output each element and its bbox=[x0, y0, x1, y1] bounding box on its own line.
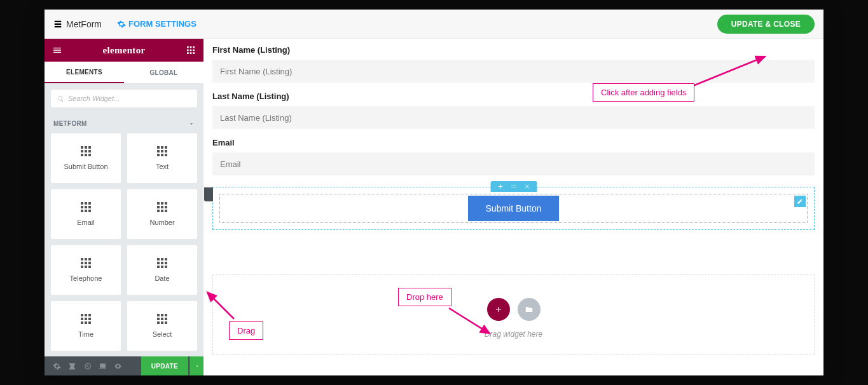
svg-line-0 bbox=[693, 57, 765, 86]
plus-icon[interactable] bbox=[497, 183, 504, 190]
widget-label: Email bbox=[77, 219, 95, 226]
grid-icon[interactable] bbox=[186, 45, 196, 55]
arrow-update-close bbox=[690, 53, 773, 88]
widget-label: Date bbox=[155, 274, 169, 282]
arrow-drag bbox=[203, 288, 239, 324]
responsive-icon-button[interactable] bbox=[95, 359, 109, 373]
tab-elements[interactable]: ELEMENTS bbox=[45, 62, 124, 83]
hamburger-icon[interactable] bbox=[52, 45, 62, 55]
search-icon bbox=[57, 95, 64, 102]
widget-label: Time bbox=[78, 330, 93, 338]
annotation-drop-here: Drop here bbox=[398, 288, 451, 306]
sidebar-footer: UPDATE bbox=[45, 356, 203, 375]
metform-icon bbox=[53, 20, 62, 29]
sidebar-header: elementor bbox=[45, 39, 203, 62]
widget-email[interactable]: Email bbox=[51, 189, 121, 239]
widget-label: Telephone bbox=[70, 274, 102, 282]
widget-label: Submit Button bbox=[64, 163, 107, 170]
drag-dots-icon[interactable] bbox=[510, 183, 517, 190]
annotation-drag: Drag bbox=[229, 321, 263, 340]
top-bar: MetForm FORM SETTINGS UPDATE & CLOSE bbox=[45, 10, 823, 39]
submit-button[interactable]: Submit Button bbox=[468, 196, 560, 221]
submit-inner: Submit Button bbox=[219, 194, 808, 223]
widget-label: Select bbox=[153, 330, 172, 338]
widget-submit-button[interactable]: Submit Button bbox=[51, 133, 121, 183]
field-last-name: Last Name (Listing) bbox=[212, 91, 815, 129]
section-controls bbox=[490, 181, 537, 192]
field-email: Email bbox=[212, 138, 815, 175]
accordion-label: METFORM bbox=[53, 120, 87, 127]
email-input[interactable] bbox=[212, 152, 815, 175]
update-close-button[interactable]: UPDATE & CLOSE bbox=[717, 15, 815, 34]
edit-handle[interactable] bbox=[794, 196, 806, 207]
widget-date[interactable]: Date bbox=[127, 245, 197, 295]
form-settings-label: FORM SETTINGS bbox=[128, 19, 196, 29]
widget-label: Number bbox=[149, 219, 174, 226]
last-name-input[interactable] bbox=[212, 106, 815, 129]
update-caret-button[interactable] bbox=[189, 356, 203, 375]
elementor-brand: elementor bbox=[103, 45, 146, 56]
accordion-metform[interactable]: METFORM bbox=[45, 114, 203, 133]
sidebar-tabs: ELEMENTS GLOBAL bbox=[45, 62, 203, 83]
widget-select[interactable]: Select bbox=[127, 301, 197, 351]
update-button[interactable]: UPDATE bbox=[141, 356, 188, 375]
sidebar: elementor ELEMENTS GLOBAL Search Widget.… bbox=[45, 39, 203, 375]
settings-icon-button[interactable] bbox=[50, 359, 64, 373]
close-icon[interactable] bbox=[523, 183, 530, 190]
navigator-icon-button[interactable] bbox=[65, 359, 79, 373]
arrow-drop-here bbox=[445, 304, 496, 339]
svg-line-1 bbox=[207, 292, 234, 319]
search-input[interactable]: Search Widget... bbox=[51, 90, 197, 107]
modal: MetForm FORM SETTINGS UPDATE & CLOSE ele… bbox=[45, 10, 823, 375]
gear-icon bbox=[117, 20, 126, 29]
widget-text[interactable]: Text bbox=[127, 133, 197, 183]
chevron-down-icon bbox=[188, 121, 195, 127]
field-label: Last Name (Listing) bbox=[212, 91, 815, 101]
svg-line-2 bbox=[449, 308, 490, 334]
widget-label: Text bbox=[156, 163, 169, 170]
search-placeholder: Search Widget... bbox=[68, 95, 120, 102]
annotation-click-after: Click after adding fields bbox=[593, 83, 694, 102]
body-row: elementor ELEMENTS GLOBAL Search Widget.… bbox=[45, 39, 823, 375]
field-label: Email bbox=[212, 138, 815, 147]
history-icon-button[interactable] bbox=[80, 359, 94, 373]
form-settings-link[interactable]: FORM SETTINGS bbox=[117, 19, 196, 29]
app-name: MetForm bbox=[66, 19, 102, 29]
preview-icon-button[interactable] bbox=[111, 359, 125, 373]
search-wrap: Search Widget... bbox=[45, 83, 203, 114]
widget-number[interactable]: Number bbox=[127, 189, 197, 239]
canvas: First Name (Listing) Last Name (Listing)… bbox=[203, 39, 823, 375]
submit-section[interactable]: Submit Button bbox=[212, 187, 815, 230]
widget-telephone[interactable]: Telephone bbox=[51, 245, 121, 295]
drop-zone[interactable]: Drag widget here bbox=[212, 274, 815, 355]
metform-logo: MetForm bbox=[53, 19, 102, 29]
tab-global[interactable]: GLOBAL bbox=[124, 62, 203, 83]
widget-time[interactable]: Time bbox=[51, 301, 121, 351]
drag-handle[interactable] bbox=[204, 187, 213, 201]
template-button[interactable] bbox=[518, 298, 541, 321]
widget-grid: Submit Button Text Email Number Telephon… bbox=[45, 133, 203, 356]
